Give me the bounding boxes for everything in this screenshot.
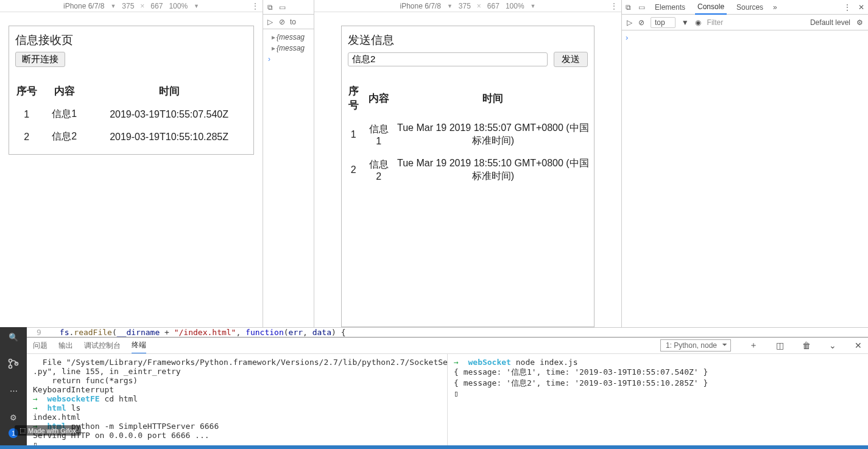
console-prompt[interactable]: › — [626, 33, 628, 42]
col-seq: 序号 — [9, 79, 44, 103]
context-label[interactable]: to — [290, 18, 296, 26]
table-row: 2 信息2 Tue Mar 19 2019 18:55:10 GMT+0800 … — [342, 152, 594, 188]
log-line: ▸{messag — [264, 43, 312, 54]
play-icon[interactable]: ▷ — [627, 18, 632, 27]
chevron-right-icon[interactable]: » — [773, 3, 777, 12]
status-bar — [0, 445, 868, 449]
table-row: 1 信息1 2019-03-19T10:55:07.540Z — [9, 103, 253, 126]
terminal-panel: 问题 输出 调试控制台 终端 1: Python, node ＋ ◫ 🗑 ⌄ ✕… — [27, 337, 868, 449]
terminal-right[interactable]: → webSocket node index.js { message: '信息… — [448, 354, 868, 449]
tab-terminal[interactable]: 终端 — [132, 338, 146, 353]
send-app: 发送信息 发送 序号 内容 时间 1 信息1 Tue Mar 19 2019 1… — [341, 26, 595, 327]
editor-code-line: 9 fs.readFile(__dirname + "/index.html",… — [0, 327, 868, 337]
col-content: 内容 — [365, 79, 392, 117]
line-number: 9 — [37, 328, 41, 337]
device-width[interactable]: 375 — [459, 2, 471, 10]
trash-icon[interactable]: 🗑 — [802, 341, 811, 350]
col-content: 内容 — [44, 79, 85, 103]
tab-output[interactable]: 输出 — [58, 338, 73, 353]
inspect-icon[interactable]: ⧉ — [266, 3, 274, 12]
col-time: 时间 — [85, 79, 253, 103]
tab-console[interactable]: Console — [695, 0, 727, 15]
watermark: ⬚ Made with Gifox — [15, 425, 81, 436]
level-select[interactable]: Default level — [810, 18, 850, 27]
tab-problems[interactable]: 问题 — [33, 338, 48, 353]
clear-icon[interactable]: ⊘ — [278, 18, 286, 26]
device-name[interactable]: iPhone 6/7/8 — [400, 2, 440, 10]
source-control-icon[interactable] — [6, 356, 21, 371]
close-icon[interactable]: ✕ — [855, 341, 862, 350]
kebab-icon[interactable]: ⋮ — [610, 2, 618, 10]
chevron-down-icon[interactable]: ▼ — [110, 3, 116, 9]
tab-debug-console[interactable]: 调试控制台 — [84, 338, 121, 353]
chevron-down-icon[interactable]: ⌄ — [829, 341, 836, 350]
send-title: 发送信息 — [342, 32, 594, 52]
device-height[interactable]: 667 — [487, 2, 499, 10]
col-seq: 序号 — [342, 79, 365, 117]
disconnect-button[interactable]: 断开连接 — [15, 52, 65, 67]
plus-icon[interactable]: ＋ — [749, 340, 758, 351]
chevron-down-icon[interactable]: ▼ — [194, 3, 199, 9]
message-input[interactable] — [348, 52, 548, 66]
chevron-down-icon[interactable]: ▼ — [531, 3, 536, 9]
log-line: ▸{messag — [264, 32, 312, 43]
console-prompt[interactable]: › — [264, 54, 312, 65]
kebab-icon[interactable]: ⋮ — [252, 2, 259, 10]
device-height[interactable]: 667 — [150, 2, 163, 10]
device-name[interactable]: iPhone 6/7/8 — [63, 2, 104, 10]
search-icon[interactable]: 🔍 — [6, 330, 21, 344]
gear-icon[interactable]: ⚙ — [6, 410, 21, 425]
receive-table: 序号 内容 时间 1 信息1 2019-03-19T10:55:07.540Z … — [9, 79, 253, 148]
inspect-icon[interactable]: ⧉ — [626, 3, 631, 12]
device-width[interactable]: 375 — [122, 2, 134, 10]
play-icon[interactable]: ▷ — [266, 18, 274, 26]
split-icon[interactable]: ◫ — [776, 341, 784, 350]
chevron-down-icon[interactable]: ▼ — [447, 3, 453, 9]
send-table: 序号 内容 时间 1 信息1 Tue Mar 19 2019 18:55:07 … — [342, 79, 594, 188]
device-toggle-icon[interactable]: ▭ — [638, 3, 645, 12]
devtools-panel: ⧉ ▭ Elements Console Sources » ⋮ ✕ ▷ ⊘ t… — [622, 0, 868, 327]
clear-icon[interactable]: ⊘ — [638, 18, 644, 27]
device-zoom[interactable]: 100% — [506, 2, 524, 10]
chevron-down-icon[interactable]: ▼ — [682, 18, 689, 27]
table-row: 1 信息1 Tue Mar 19 2019 18:55:07 GMT+0800 … — [342, 117, 594, 152]
gear-icon[interactable]: ⚙ — [856, 18, 863, 27]
col-time: 时间 — [392, 79, 594, 117]
tab-sources[interactable]: Sources — [734, 1, 766, 14]
device-toggle-icon[interactable]: ▭ — [278, 3, 286, 12]
filter-label[interactable]: Filter — [707, 18, 724, 27]
eye-icon[interactable]: ◉ — [695, 18, 701, 27]
svg-point-1 — [9, 366, 12, 369]
device-toolbar-1: iPhone 6/7/8▼ 375 × 667 100%▼ ⋮ — [0, 0, 263, 12]
terminal-left[interactable]: File "/System/Library/Frameworks/Python.… — [27, 354, 448, 449]
device-toolbar-2: iPhone 6/7/8▼ 375 × 667 100%▼ ⋮ — [314, 0, 621, 12]
terminal-selector[interactable]: 1: Python, node — [660, 339, 731, 352]
svg-point-0 — [9, 359, 12, 362]
more-icon[interactable]: ⋯ — [6, 383, 21, 398]
receive-title: 信息接收页 — [9, 32, 253, 52]
device-zoom[interactable]: 100% — [169, 2, 188, 10]
receive-app: 信息接收页 断开连接 序号 内容 时间 1 信息1 2019-03-19T10:… — [9, 26, 254, 155]
kebab-icon[interactable]: ⋮ — [844, 3, 851, 12]
close-icon[interactable]: ✕ — [858, 3, 864, 12]
send-button[interactable]: 发送 — [554, 52, 588, 67]
table-row: 2 信息2 2019-03-19T10:55:10.285Z — [9, 126, 253, 148]
x-separator: × — [140, 2, 144, 10]
context-select[interactable]: top — [651, 17, 676, 28]
devtools-mini-1: ⧉ ▭ ▷ ⊘ to ▸{messag ▸{messag › — [263, 0, 314, 327]
tab-elements[interactable]: Elements — [652, 1, 688, 14]
